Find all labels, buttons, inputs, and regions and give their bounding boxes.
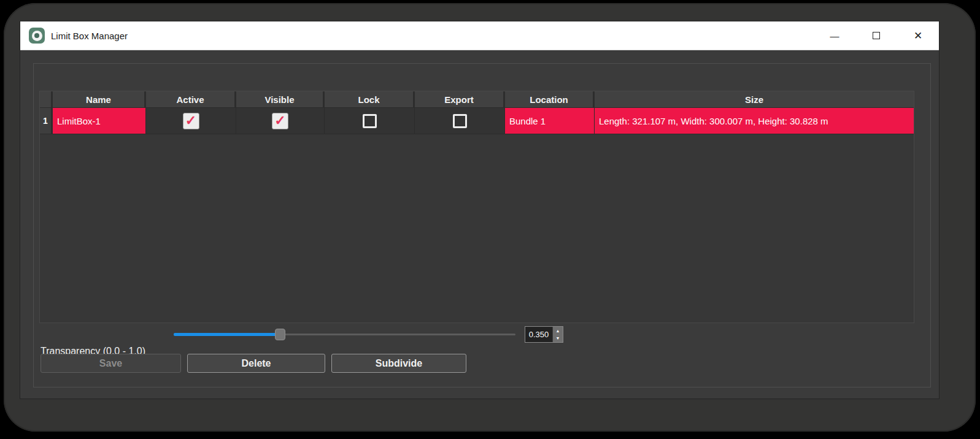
- maximize-icon: [873, 32, 880, 39]
- column-header-visible[interactable]: Visible: [236, 91, 325, 107]
- visible-checkbox[interactable]: ✓: [272, 113, 288, 129]
- save-button[interactable]: Save: [41, 354, 181, 373]
- active-checkbox[interactable]: ✓: [183, 113, 199, 129]
- minimize-icon: —: [830, 31, 839, 41]
- check-icon: ✓: [185, 113, 196, 128]
- spin-down-button[interactable]: ▼: [553, 335, 563, 343]
- limit-box-table: Name Active Visible Lock Export Location…: [39, 91, 914, 323]
- spin-up-button[interactable]: ▲: [553, 327, 563, 335]
- visible-cell: ✓: [236, 108, 325, 134]
- column-header-lock[interactable]: Lock: [325, 91, 415, 107]
- transparency-value[interactable]: 0.350: [525, 327, 552, 342]
- titlebar: Limit Box Manager — ✕: [20, 21, 939, 50]
- size-cell[interactable]: Length: 321.107 m, Width: 300.007 m, Hei…: [595, 108, 914, 134]
- slider-handle[interactable]: [275, 329, 285, 340]
- column-header-size[interactable]: Size: [595, 91, 914, 107]
- column-header-active[interactable]: Active: [146, 91, 236, 107]
- row-index-cell[interactable]: 1: [40, 108, 53, 134]
- limit-box-manager-window: Limit Box Manager — ✕ Name Active Visibl…: [20, 21, 939, 399]
- column-header-name[interactable]: Name: [53, 91, 146, 107]
- column-header-export[interactable]: Export: [415, 91, 505, 107]
- lock-checkbox[interactable]: ✓: [363, 114, 377, 128]
- check-icon: ✓: [274, 113, 285, 128]
- transparency-spinbox[interactable]: 0.350 ▲ ▼: [525, 326, 563, 343]
- header-corner-cell: [40, 91, 53, 107]
- close-button[interactable]: ✕: [897, 21, 939, 50]
- export-checkbox[interactable]: ✓: [453, 114, 467, 128]
- spin-down-icon: ▼: [556, 336, 560, 340]
- column-header-location[interactable]: Location: [505, 91, 595, 107]
- spin-up-icon: ▲: [556, 329, 560, 333]
- transparency-slider[interactable]: [174, 327, 515, 342]
- subdivide-button[interactable]: Subdivide: [331, 354, 466, 373]
- spin-buttons: ▲ ▼: [552, 327, 563, 342]
- window-controls: — ✕: [814, 21, 939, 50]
- delete-button[interactable]: Delete: [187, 354, 325, 373]
- lock-cell: ✓: [325, 108, 415, 134]
- name-cell[interactable]: LimitBox-1: [53, 108, 146, 134]
- app-icon-ring: [32, 31, 42, 41]
- table-header-row: Name Active Visible Lock Export Location…: [40, 91, 914, 108]
- close-icon: ✕: [914, 29, 922, 42]
- window-title: Limit Box Manager: [51, 31, 128, 41]
- location-cell[interactable]: Bundle 1: [505, 108, 595, 134]
- slider-filled-track: [174, 333, 280, 336]
- export-cell: ✓: [415, 108, 505, 134]
- table-row[interactable]: 1 LimitBox-1 ✓ ✓ ✓ ✓: [40, 108, 914, 134]
- minimize-button[interactable]: —: [814, 21, 855, 50]
- maximize-button[interactable]: [855, 21, 897, 50]
- app-icon: [29, 28, 45, 44]
- active-cell: ✓: [146, 108, 236, 134]
